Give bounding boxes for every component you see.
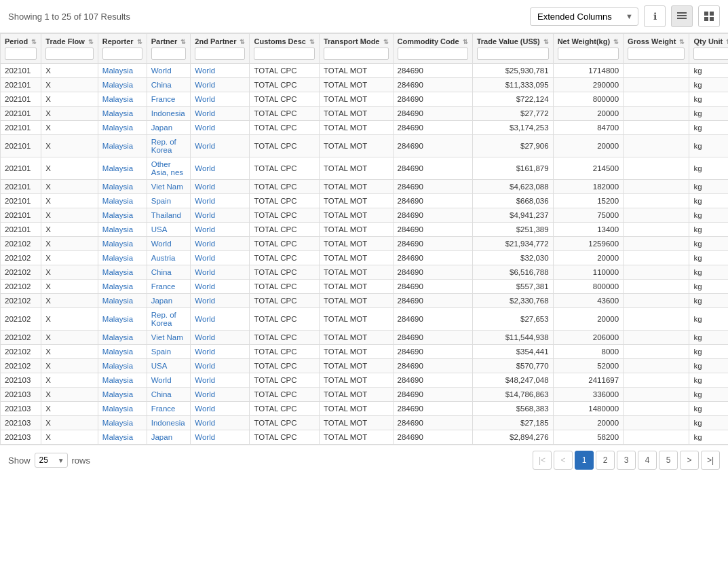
cell-partner[interactable]: Japan (147, 430, 191, 445)
col-partner[interactable]: Partner ⇅ (147, 34, 191, 64)
cell-reporter[interactable]: Malaysia (98, 135, 147, 157)
link-second_partner[interactable]: World (195, 333, 215, 341)
link-partner[interactable]: France (151, 95, 176, 103)
cell-second_partner[interactable]: World (191, 78, 250, 92)
prev-page-button[interactable]: < (554, 451, 573, 470)
link-partner[interactable]: World (151, 240, 172, 248)
page-1-button[interactable]: 1 (575, 451, 594, 470)
filter-customs-desc[interactable] (254, 48, 314, 60)
link-second_partner[interactable]: World (195, 254, 215, 262)
cell-partner[interactable]: Japan (147, 121, 191, 135)
link-partner[interactable]: World (151, 67, 172, 75)
link-second_partner[interactable]: World (195, 376, 215, 384)
link-partner[interactable]: Japan (151, 124, 172, 132)
link-partner[interactable]: Spain (151, 348, 171, 356)
cell-partner[interactable]: France (147, 92, 191, 107)
cell-second_partner[interactable]: World (191, 107, 250, 121)
cell-partner[interactable]: Spain (147, 345, 191, 359)
cell-partner[interactable]: USA (147, 359, 191, 373)
cell-partner[interactable]: France (147, 280, 191, 294)
link-second_partner[interactable]: World (195, 433, 215, 441)
next-page-button[interactable]: > (680, 451, 699, 470)
filter-transport-mode[interactable] (324, 48, 389, 60)
cell-partner[interactable]: Indonesia (147, 107, 191, 121)
link-partner[interactable]: Austria (151, 254, 176, 262)
cell-reporter[interactable]: Malaysia (98, 265, 147, 280)
page-3-button[interactable]: 3 (617, 451, 636, 470)
info-button[interactable]: ℹ (644, 5, 666, 27)
cell-partner[interactable]: France (147, 402, 191, 416)
cell-reporter[interactable]: Malaysia (98, 430, 147, 445)
cell-reporter[interactable]: Malaysia (98, 78, 147, 92)
cell-partner[interactable]: Viet Nam (147, 180, 191, 194)
cell-second_partner[interactable]: World (191, 359, 250, 373)
cell-second_partner[interactable]: World (191, 135, 250, 157)
filter-qty-unit[interactable] (693, 48, 728, 60)
cell-partner[interactable]: Indonesia (147, 416, 191, 430)
link-second_partner[interactable]: World (195, 81, 215, 89)
cell-second_partner[interactable]: World (191, 121, 250, 135)
link-second_partner[interactable]: World (195, 348, 215, 356)
link-partner[interactable]: China (151, 268, 172, 276)
link-partner[interactable]: USA (151, 225, 168, 233)
link-partner[interactable]: China (151, 81, 172, 89)
cell-partner[interactable]: Viet Nam (147, 331, 191, 345)
filter-partner[interactable] (151, 48, 187, 60)
link-second_partner[interactable]: World (195, 109, 215, 117)
link-second_partner[interactable]: World (195, 142, 215, 150)
col-customs-desc[interactable]: Customs Desc ⇅ (250, 34, 319, 64)
cell-second_partner[interactable]: World (191, 223, 250, 237)
cell-second_partner[interactable]: World (191, 373, 250, 388)
link-partner[interactable]: Viet Nam (151, 333, 183, 341)
cell-partner[interactable]: China (147, 388, 191, 402)
link-reporter[interactable]: Malaysia (102, 254, 133, 262)
link-second_partner[interactable]: World (195, 67, 215, 75)
cell-second_partner[interactable]: World (191, 416, 250, 430)
link-partner[interactable]: Viet Nam (151, 183, 183, 191)
cell-reporter[interactable]: Malaysia (98, 308, 147, 331)
cell-reporter[interactable]: Malaysia (98, 359, 147, 373)
cell-reporter[interactable]: Malaysia (98, 92, 147, 107)
link-second_partner[interactable]: World (195, 419, 215, 427)
link-reporter[interactable]: Malaysia (102, 109, 133, 117)
filter-net-weight[interactable] (558, 48, 619, 60)
link-reporter[interactable]: Malaysia (102, 142, 133, 150)
link-reporter[interactable]: Malaysia (102, 315, 133, 323)
link-reporter[interactable]: Malaysia (102, 362, 133, 370)
cell-partner[interactable]: Thailand (147, 208, 191, 223)
link-reporter[interactable]: Malaysia (102, 183, 133, 191)
filter-2nd-partner[interactable] (195, 48, 245, 60)
link-second_partner[interactable]: World (195, 124, 215, 132)
cell-second_partner[interactable]: World (191, 64, 250, 78)
link-second_partner[interactable]: World (195, 390, 215, 398)
cell-second_partner[interactable]: World (191, 430, 250, 445)
cell-partner[interactable]: USA (147, 223, 191, 237)
cell-partner[interactable]: Austria (147, 251, 191, 265)
col-reporter[interactable]: Reporter ⇅ (98, 34, 147, 64)
cell-partner[interactable]: China (147, 78, 191, 92)
link-reporter[interactable]: Malaysia (102, 297, 133, 305)
cell-partner[interactable]: Other Asia, nes (147, 157, 191, 180)
cell-second_partner[interactable]: World (191, 280, 250, 294)
link-partner[interactable]: World (151, 376, 172, 384)
link-second_partner[interactable]: World (195, 95, 215, 103)
link-reporter[interactable]: Malaysia (102, 433, 133, 441)
filter-trade-flow[interactable] (45, 48, 94, 60)
link-reporter[interactable]: Malaysia (102, 95, 133, 103)
page-2-button[interactable]: 2 (596, 451, 615, 470)
cell-partner[interactable]: Rep. of Korea (147, 308, 191, 331)
list-view-button[interactable] (671, 5, 693, 27)
cell-second_partner[interactable]: World (191, 402, 250, 416)
cell-partner[interactable]: China (147, 265, 191, 280)
cell-second_partner[interactable]: World (191, 308, 250, 331)
cell-partner[interactable]: World (147, 64, 191, 78)
link-reporter[interactable]: Malaysia (102, 268, 133, 276)
link-reporter[interactable]: Malaysia (102, 211, 133, 219)
link-second_partner[interactable]: World (195, 211, 215, 219)
filter-trade-value[interactable] (477, 48, 549, 60)
filter-gross-weight[interactable] (628, 48, 685, 60)
col-trade-flow[interactable]: Trade Flow ⇅ (41, 34, 98, 64)
cell-reporter[interactable]: Malaysia (98, 416, 147, 430)
cell-reporter[interactable]: Malaysia (98, 107, 147, 121)
cell-second_partner[interactable]: World (191, 92, 250, 107)
